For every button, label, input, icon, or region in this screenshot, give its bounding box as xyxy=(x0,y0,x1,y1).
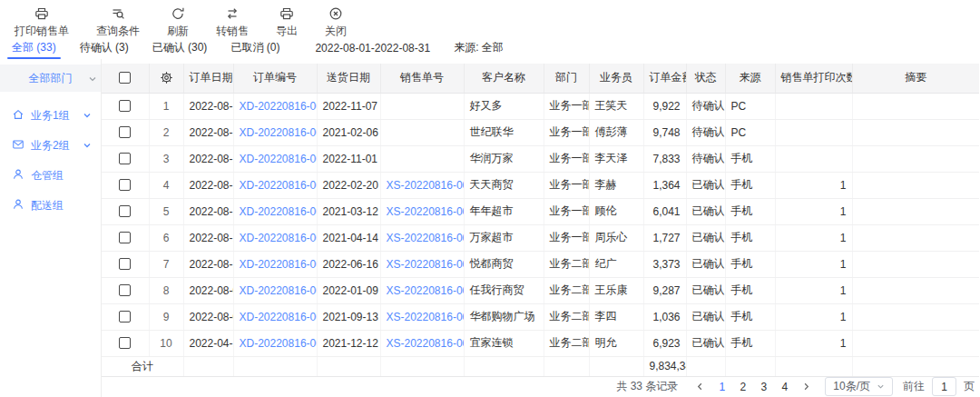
column-header-department: 部门 xyxy=(544,64,589,93)
cell-customer: 华都购物广场 xyxy=(464,303,544,330)
cell-status: 已确认 xyxy=(686,224,725,251)
sidebar-item-label: 仓管组 xyxy=(31,168,64,184)
cell-order-no: XD-20220816-000017 xyxy=(233,119,317,145)
checkbox-cell xyxy=(102,224,149,251)
row-checkbox[interactable] xyxy=(119,311,131,323)
sidebar-item-delivery-group[interactable]: 配送组 xyxy=(0,191,101,221)
order-no-link[interactable]: XD-20220816-000017 xyxy=(240,126,318,139)
page-size-select[interactable]: 10条/页 xyxy=(825,377,893,396)
cell-customer: 宜家连锁 xyxy=(464,330,544,356)
source-filter[interactable]: 来源: 全部 xyxy=(454,36,504,59)
tab-all[interactable]: 全部 (33) xyxy=(0,36,68,59)
next-page-button[interactable] xyxy=(796,382,817,392)
export-button[interactable]: 导出 xyxy=(276,6,298,39)
chevron-down-icon xyxy=(88,74,97,86)
cell-order-date: 2022-08-11 xyxy=(183,224,233,251)
order-no-link[interactable]: XD-20220816-000015 xyxy=(240,179,318,192)
prev-page-button[interactable] xyxy=(690,382,710,392)
toolbar: 打印销售单 查询条件 刷新 xyxy=(0,0,980,36)
sales-no-link[interactable]: XS-20220816-000012 xyxy=(387,258,465,271)
gear-icon[interactable] xyxy=(160,71,173,84)
cell-source: 手机 xyxy=(725,198,775,224)
cell-summary xyxy=(852,330,979,356)
row-checkbox[interactable] xyxy=(119,284,131,296)
total-empty-cell xyxy=(775,356,852,376)
page-button[interactable]: 2 xyxy=(732,381,753,393)
total-empty-cell xyxy=(317,356,380,376)
close-button[interactable]: 关闭 xyxy=(325,6,347,39)
tab-cancelled[interactable]: 已取消 (0) xyxy=(219,36,291,59)
sidebar-item-business-group-2[interactable]: 业务2组 xyxy=(0,131,101,161)
cell-sales-no: XS-20220816-000011 xyxy=(380,277,464,303)
order-no-link[interactable]: XD-20220816-000018 xyxy=(240,100,318,113)
order-no-link[interactable]: XD-20220816-000016 xyxy=(240,153,318,165)
cell-source: 手机 xyxy=(725,172,775,198)
goto-page-input[interactable] xyxy=(932,377,956,396)
cell-amount: 9,922 xyxy=(643,93,686,119)
select-all-checkbox[interactable] xyxy=(119,72,131,84)
cell-print-count xyxy=(775,93,852,119)
row-index: 7 xyxy=(149,251,183,277)
tab-pending-confirm[interactable]: 待确认 (3) xyxy=(68,36,141,59)
user-icon xyxy=(12,168,24,184)
cell-source: 手机 xyxy=(725,251,775,277)
row-checkbox[interactable] xyxy=(119,126,131,138)
date-range-filter[interactable]: 2022-08-01-2022-08-31 xyxy=(315,36,430,59)
tab-confirmed[interactable]: 已确认 (30) xyxy=(141,36,220,59)
cell-customer: 任我行商贸 xyxy=(464,277,544,303)
column-settings-header xyxy=(149,64,183,93)
sales-no-link[interactable]: XS-20220816-000009 xyxy=(387,337,465,350)
row-checkbox[interactable] xyxy=(119,100,131,112)
query-conditions-button[interactable]: 查询条件 xyxy=(96,6,140,39)
row-checkbox[interactable] xyxy=(119,337,131,349)
page-button[interactable]: 4 xyxy=(774,381,795,393)
row-checkbox[interactable] xyxy=(119,232,131,243)
sales-no-link[interactable]: XS-20220816-000014 xyxy=(387,205,465,218)
transfer-to-sales-button[interactable]: 转销售 xyxy=(216,6,249,39)
row-checkbox[interactable] xyxy=(119,179,131,191)
order-no-link[interactable]: XD-20220816-000012 xyxy=(240,258,318,271)
order-no-link[interactable]: XD-20220816-000014 xyxy=(240,205,318,218)
department-selector[interactable]: 全部部门 xyxy=(0,65,101,92)
row-index: 10 xyxy=(149,330,183,356)
print-sales-order-button[interactable]: 打印销售单 xyxy=(15,6,69,39)
sidebar-item-label: 配送组 xyxy=(31,198,64,213)
cell-order-date: 2022-08-16 xyxy=(183,93,233,119)
sidebar-item-warehouse-group[interactable]: 仓管组 xyxy=(0,161,101,191)
cell-status: 已确认 xyxy=(686,303,725,330)
user-icon xyxy=(12,198,24,213)
cell-department: 业务二部 xyxy=(544,277,589,303)
cell-print-count xyxy=(775,145,852,172)
row-checkbox[interactable] xyxy=(119,153,131,164)
order-no-link[interactable]: XD-20220816-000009 xyxy=(240,337,318,350)
order-no-link[interactable]: XD-20220816-000011 xyxy=(240,284,318,297)
sidebar-item-label: 业务2组 xyxy=(31,138,70,154)
refresh-button[interactable]: 刷新 xyxy=(167,6,189,39)
printer-icon xyxy=(34,6,49,21)
order-no-link[interactable]: XD-20220816-000010 xyxy=(240,311,318,323)
page-button[interactable]: 1 xyxy=(711,381,732,393)
sidebar-item-business-group-1[interactable]: 业务1组 xyxy=(0,101,101,131)
checkbox-cell xyxy=(102,198,149,224)
sales-no-link[interactable]: XS-20220816-000011 xyxy=(387,284,465,297)
total-empty-cell xyxy=(725,356,775,376)
sales-no-link[interactable]: XS-20220816-000010 xyxy=(387,311,465,323)
app-window: 打印销售单 查询条件 刷新 xyxy=(0,0,980,397)
cell-customer: 悦都商贸 xyxy=(464,251,544,277)
sales-no-link[interactable]: XS-20220816-000013 xyxy=(387,232,465,244)
cell-order-no: XD-20220816-000011 xyxy=(233,277,317,303)
cell-salesperson: 纪广 xyxy=(589,251,643,277)
cell-amount: 6,923 xyxy=(643,330,686,356)
cell-delivery-date: 2021-02-06 xyxy=(317,119,380,145)
column-header-order-date: 订单日期 xyxy=(183,64,233,93)
row-index: 9 xyxy=(149,303,183,330)
cell-customer: 年年超市 xyxy=(464,198,544,224)
row-checkbox[interactable] xyxy=(119,258,131,270)
cell-order-date: 2022-08-13 xyxy=(183,172,233,198)
cell-delivery-date: 2022-02-20 xyxy=(317,172,380,198)
page-button[interactable]: 3 xyxy=(753,381,774,393)
sales-no-link[interactable]: XS-20220816-000015 xyxy=(387,179,465,192)
row-checkbox[interactable] xyxy=(119,205,131,217)
order-no-link[interactable]: XD-20220816-000013 xyxy=(240,232,318,244)
chevron-down-icon xyxy=(877,381,885,393)
